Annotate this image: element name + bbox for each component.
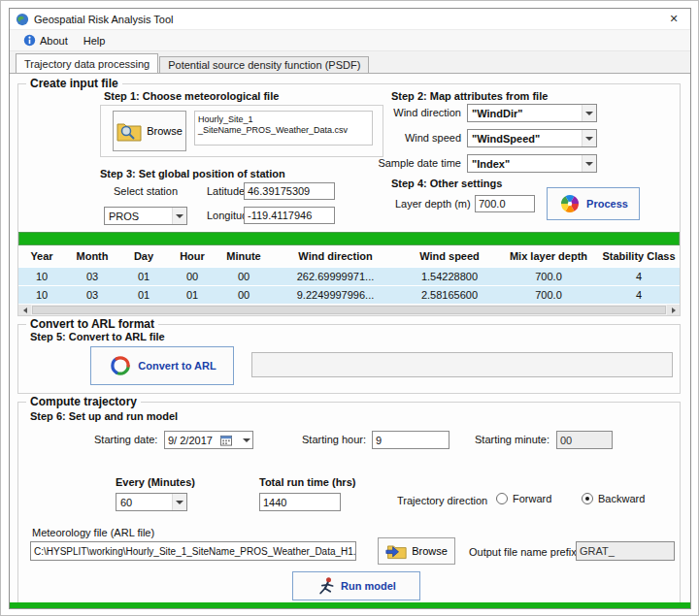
table-header-minute[interactable]: Minute [216,246,271,267]
table-header-month[interactable]: Month [65,246,119,267]
circular-arrows-icon [108,353,133,378]
wind-speed-label: Wind speed [352,132,461,144]
radio-backward[interactable]: Backward [582,493,645,504]
window-title: Geospatial Risk Analysis Tool [34,14,173,25]
every-minutes-combo[interactable]: 60 [116,493,187,511]
table-cell: 03 [65,267,119,285]
met-arl-file-label: Meteorology file (ARL file) [32,527,154,538]
every-minutes-value: 60 [120,497,132,508]
table-header-day[interactable]: Day [119,246,168,267]
run-model-label: Run model [341,580,396,592]
scrollbar-thumb[interactable] [32,306,666,314]
layer-depth-input[interactable]: 700.0 [475,195,535,212]
met-arl-file-input[interactable]: C:\HYSPLIT\working\Hourly_Site_1_SiteNam… [30,541,356,561]
table-header-year[interactable]: Year [18,246,65,267]
output-prefix-input[interactable]: GRAT_ [576,541,675,561]
screenshot-frame: Geospatial Risk Analysis Tool ✕ About He… [0,0,699,616]
chevron-down-icon [172,208,186,224]
starting-date-label: Starting date: [94,434,157,445]
group-create-title: Create input file [26,77,122,90]
total-run-time-input[interactable]: 1440 [259,493,341,511]
process-label: Process [586,198,628,210]
trajectory-direction-label: Trajectory direction [397,495,487,506]
starting-minute-label: Starting minute: [475,434,549,445]
sample-date-time-value: "Index" [472,158,510,170]
step2-title: Step 2: Map attributes from file [391,90,548,102]
browse-arl-button[interactable]: Browse [378,537,455,565]
wind-direction-label: Wind direction [352,107,461,118]
run-model-button[interactable]: Run model [292,571,420,600]
convert-to-arl-label: Convert to ARL [138,360,216,372]
starting-date-picker[interactable]: 9/ 2/2017 [164,431,253,449]
wind-direction-combo[interactable]: "WindDir" [467,104,597,122]
tab-psdf[interactable]: Potential source density function (PSDF) [159,56,369,73]
sample-date-time-combo[interactable]: "Index" [467,154,597,173]
table-hscrollbar[interactable] [18,305,680,315]
table-header-hour[interactable]: Hour [168,246,216,267]
sample-date-time-label: Sample date time [352,157,461,169]
menu-about-label: About [40,35,68,47]
wind-speed-combo[interactable]: "WindSpeed" [467,129,597,147]
select-station-label: Select station [114,185,178,197]
radio-circle-icon [582,493,593,504]
close-button[interactable]: ✕ [657,9,690,30]
step4-title: Step 4: Other settings [391,178,502,189]
table-cell: 10 [18,285,65,304]
table-cell: 262.69999971... [271,267,400,285]
radio-forward[interactable]: Forward [496,493,551,504]
wind-direction-value: "WindDir" [472,108,523,119]
table-cell: 01 [119,285,168,304]
table-header-wind-direction[interactable]: Wind direction [271,246,400,267]
table-row[interactable]: 1003010000262.69999971...1.54228800700.0… [18,267,680,285]
met-file-name-box: Hourly_Site_1 _SiteName_PROS_Weather_Dat… [194,111,373,146]
table-cell: 00 [216,285,271,304]
table-cell: 10 [18,267,65,285]
menu-help[interactable]: Help [76,33,114,49]
backward-label: Backward [598,493,645,504]
folder-arrow-icon [385,542,407,560]
group-convert-title: Convert to ARL format [26,317,158,331]
longitude-input[interactable]: -119.4117946 [244,207,335,224]
station-value: PROS [109,211,139,222]
step1-title: Step 1: Choose meteorological file [104,90,279,102]
chevron-down-icon [582,130,596,146]
every-minutes-label: Every (Minutes) [116,476,195,488]
scroll-left-icon[interactable] [18,305,31,315]
output-prefix-label: Output file name prefix [469,546,577,558]
weather-table: YearMonthDayHourMinuteWind directionWind… [18,246,680,304]
starting-minute-input[interactable]: 00 [556,431,613,449]
table-header-stability-class[interactable]: Stability Class [598,246,680,267]
group-convert-arl: Convert to ARL format Step 5: Convert to… [17,324,681,394]
table-cell: 00 [216,267,271,285]
app-window: Geospatial Risk Analysis Tool ✕ About He… [9,8,691,609]
app-icon [16,13,29,26]
tab-trajectory-data-processing[interactable]: Trajectory data processing [16,53,158,73]
forward-label: Forward [513,493,551,504]
menu-about[interactable]: About [16,32,76,49]
step6-title: Step 6: Set up and run model [30,410,178,422]
table-row[interactable]: 10030101009.2249997996...2.58165600700.0… [18,285,680,304]
select-station-combo[interactable]: PROS [104,207,187,225]
convert-to-arl-button[interactable]: Convert to ARL [90,346,234,385]
browse-met-file-button[interactable]: Browse [113,111,186,151]
weather-table-body: 1003010000262.69999971...1.54228800700.0… [18,267,680,304]
table-cell: 01 [168,285,216,304]
process-progressbar [18,232,680,245]
met-file-name-line1: Hourly_Site_1 [198,114,369,125]
table-cell: 700.0 [499,285,598,304]
folder-search-icon [116,121,142,142]
table-header-wind-speed[interactable]: Wind speed [400,246,499,267]
tabpage-trajectory: Create input file Step 1: Choose meteoro… [10,73,690,608]
latitude-input[interactable]: 46.39175309 [244,182,335,200]
bottom-progressbar [10,602,690,608]
table-cell: 00 [168,267,216,285]
layer-depth-label: Layer depth (m) [395,198,471,210]
chevron-down-icon [582,155,596,172]
starting-hour-input[interactable]: 9 [372,431,449,449]
process-button[interactable]: Process [547,187,640,220]
table-cell: 700.0 [499,267,598,285]
table-cell: 9.2249997996... [271,285,400,304]
scroll-right-icon[interactable] [667,305,680,315]
table-header-mix-layer-depth[interactable]: Mix layer depth [499,246,598,267]
table-cell: 1.54228800 [400,267,499,285]
